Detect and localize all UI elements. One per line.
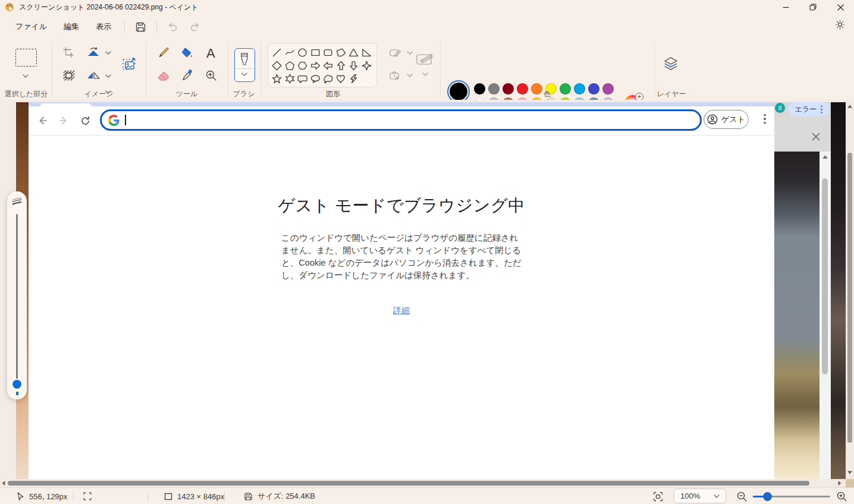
menubar-separator (156, 21, 157, 33)
zoom-in-button[interactable] (836, 488, 847, 504)
shape-hexagon-icon[interactable] (297, 59, 309, 71)
foreground-color-swatch[interactable] (450, 83, 467, 100)
scroll-up-icon[interactable] (847, 105, 852, 108)
color-swatch[interactable] (517, 83, 528, 94)
color-swatch[interactable] (503, 83, 514, 94)
guest-label: ゲスト (721, 114, 745, 125)
thickness-icon (12, 197, 22, 206)
zoom-level-dropdown[interactable]: 100% (674, 489, 726, 503)
save-button[interactable] (130, 18, 152, 36)
color-swatch[interactable] (531, 83, 542, 94)
shape-six-point-star-icon[interactable] (284, 73, 296, 84)
background-tab-kebab-icon (821, 106, 822, 114)
rotate-chevron-icon[interactable] (105, 51, 111, 55)
pencil-tool-icon[interactable] (158, 47, 169, 59)
shape-oval-bubble-icon[interactable] (309, 73, 321, 84)
scroll-right-icon[interactable] (838, 481, 842, 486)
brush-dropdown-chevron-icon[interactable] (241, 73, 247, 76)
menu-edit[interactable]: 編集 (55, 18, 87, 36)
settings-gear-icon[interactable] (834, 19, 846, 30)
thickness-slider-track[interactable] (16, 214, 18, 385)
ribbon-separator (260, 42, 261, 96)
shape-rounded-rectangle-icon[interactable] (322, 46, 334, 58)
shape-curve-icon[interactable] (284, 46, 296, 58)
vertical-scrollbar[interactable] (846, 100, 854, 479)
google-logo-icon (108, 115, 120, 126)
flip-icon[interactable] (87, 70, 100, 81)
text-tool-icon[interactable]: A (206, 46, 215, 61)
eraser-tool-icon[interactable] (157, 70, 170, 82)
shape-pentagon-icon[interactable] (284, 59, 296, 71)
color-swatch[interactable] (488, 83, 500, 94)
color-swatch[interactable] (602, 83, 614, 94)
color-swatch[interactable] (588, 83, 599, 94)
scroll-left-icon[interactable] (2, 481, 5, 486)
menu-bar: ファイル 編集 表示 (0, 14, 854, 39)
shape-arrow-left-icon[interactable] (322, 59, 334, 71)
brush-button-divider (236, 68, 254, 69)
background-tab-favicon: d (775, 103, 785, 113)
horizontal-scrollbar[interactable] (0, 479, 846, 487)
redo-button[interactable] (184, 18, 206, 36)
flip-chevron-icon[interactable] (105, 74, 111, 78)
crop-icon[interactable] (63, 47, 74, 58)
minimize-button[interactable] (772, 0, 799, 14)
horizontal-scroll-thumb[interactable] (8, 481, 809, 486)
shape-speech-bubble-icon[interactable] (297, 73, 309, 84)
scroll-down-icon[interactable] (847, 471, 852, 474)
undo-button[interactable] (162, 18, 184, 36)
canvas-image[interactable]: ゲスト + ゲスト モードでブラウジング中 このウィンドウで開いたページはブラウ… (16, 102, 846, 479)
color-swatch[interactable] (474, 83, 485, 94)
shape-rectangle-icon[interactable] (309, 46, 321, 58)
screenshot-background-window: d エラー (774, 102, 831, 479)
selection-rect-icon (15, 49, 37, 67)
selection-tool-button[interactable] (15, 49, 37, 67)
menu-view[interactable]: 表示 (87, 18, 120, 36)
selection-size-indicator (83, 488, 92, 504)
zoom-dropdown-chevron-icon (714, 494, 720, 498)
image-properties-icon[interactable] (121, 56, 138, 73)
shape-arrow-right-icon[interactable] (309, 59, 321, 71)
magnifier-tool-icon[interactable] (205, 70, 217, 81)
outline-dropdown-chevron-icon (407, 51, 413, 55)
fill-dropdown-chevron-icon (407, 74, 413, 77)
guest-page-heading: ゲスト モードでブラウジング中 (29, 194, 774, 217)
vertical-scroll-thumb[interactable] (847, 153, 852, 443)
shape-triangle-icon[interactable] (348, 46, 360, 58)
shape-diamond-icon[interactable] (271, 59, 283, 71)
fill-tool-icon[interactable] (180, 47, 193, 59)
color-swatch[interactable] (560, 83, 571, 94)
shape-ellipse-icon[interactable] (297, 46, 309, 58)
shape-four-point-star-icon[interactable] (360, 59, 372, 71)
restore-button[interactable] (799, 0, 827, 14)
thickness-slider-thumb[interactable] (12, 380, 21, 389)
brush-icon (239, 52, 250, 67)
layers-icon[interactable] (663, 56, 679, 71)
shape-right-triangle-icon[interactable] (360, 46, 372, 58)
shape-arrow-down-icon[interactable] (348, 59, 360, 71)
resize-icon[interactable] (63, 70, 75, 81)
guest-page-body: このウィンドウで開いたページはブラウザの履歴に記録されません。また、開いているゲ… (281, 232, 522, 282)
menu-file[interactable]: ファイル (7, 18, 55, 36)
shape-polygon-icon[interactable] (335, 46, 347, 58)
title-bar: スクリーンショット 2024-06-06 022429.png - ペイント (0, 0, 854, 14)
color-picker-tool-icon[interactable] (181, 70, 193, 81)
rotate-icon[interactable] (87, 47, 100, 58)
zoom-out-button[interactable] (736, 488, 747, 504)
shape-heart-icon[interactable] (335, 73, 347, 84)
shape-line-icon[interactable] (271, 46, 283, 58)
cursor-position-indicator: 556, 129px (17, 488, 67, 504)
close-button[interactable] (827, 0, 854, 14)
fit-to-screen-button[interactable] (653, 488, 663, 504)
shape-thought-bubble-icon[interactable] (322, 73, 334, 84)
shape-fill-icon (390, 71, 401, 81)
shape-five-point-star-icon[interactable] (271, 73, 283, 84)
status-bar: 556, 129px 1423 × 846px サイズ: 254.4KB 100… (0, 487, 854, 504)
color-swatch[interactable] (574, 83, 585, 94)
background-tab: エラー (788, 102, 830, 116)
window-title: スクリーンショット 2024-06-06 022429.png - ペイント (19, 2, 199, 12)
selection-dropdown-chevron-icon[interactable] (23, 74, 29, 78)
shape-arrow-up-icon[interactable] (335, 59, 347, 71)
zoom-slider-thumb[interactable] (763, 492, 772, 501)
shape-lightning-icon[interactable] (348, 73, 360, 84)
